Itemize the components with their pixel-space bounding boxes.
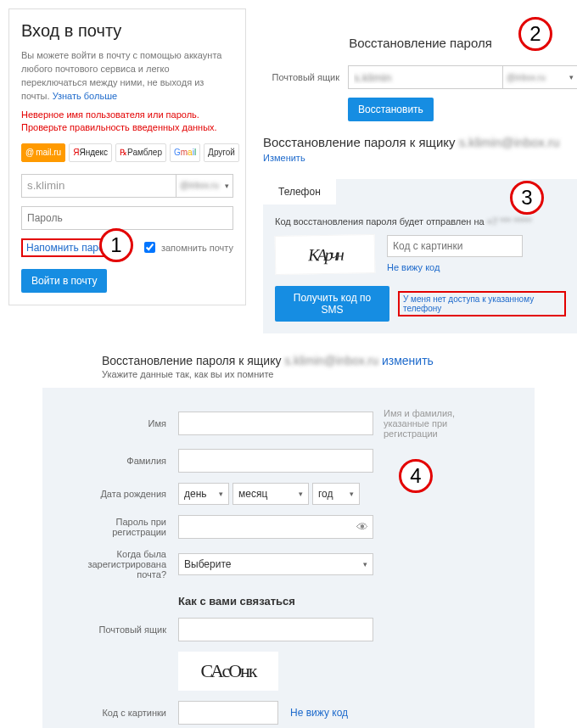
mailbox-input[interactable] bbox=[178, 618, 373, 641]
step-1-badge: 1 bbox=[99, 228, 133, 262]
reg-password-input[interactable] bbox=[178, 515, 373, 539]
get-sms-code-button[interactable]: Получить код по SMS bbox=[275, 286, 389, 322]
dob-day-select[interactable]: день bbox=[178, 483, 229, 505]
recover1-domain-value: @inbox.ru bbox=[507, 73, 546, 82]
captcha-cant-see-link-2[interactable]: Не вижу код bbox=[290, 707, 348, 719]
recover2-panel: 3 Телефон Код восстановления пароля буде… bbox=[263, 179, 577, 333]
email-input[interactable] bbox=[22, 175, 176, 197]
recover1-domain-select[interactable]: @inbox.ru bbox=[502, 66, 577, 88]
last-name-label: Фамилия bbox=[68, 456, 178, 466]
login-error: Неверное имя пользователя или пароль. Пр… bbox=[21, 109, 233, 135]
dob-month-select[interactable]: месяц bbox=[232, 483, 309, 505]
recover3-subhint: Укажите данные так, как вы их помните bbox=[102, 369, 475, 379]
recover1-email-row: Почтовый ящик @inbox.ru bbox=[263, 65, 577, 89]
contact-header: Как с вами связаться bbox=[178, 595, 295, 608]
recover3-header: Восстановление пароля к ящику s.klimin@i… bbox=[102, 354, 475, 379]
recover2-sent-to-line: Код восстановления пароля будет отправле… bbox=[275, 216, 566, 227]
name-hint: Имя и фамилия, указанные при регистрации bbox=[384, 408, 502, 439]
provider-other[interactable]: Другой bbox=[204, 143, 239, 162]
email-input-group: @inbox.ru bbox=[21, 174, 233, 198]
captcha-code-input-2[interactable] bbox=[178, 701, 278, 725]
reg-password-label: Пароль при регистрации bbox=[68, 517, 178, 537]
eye-icon[interactable]: 👁 bbox=[356, 520, 368, 534]
login-description: Вы можете войти в почту с помощью аккаун… bbox=[21, 49, 233, 104]
mailbox-label: Почтовый ящик bbox=[68, 624, 178, 635]
login-submit-button[interactable]: Войти в почту bbox=[21, 269, 107, 293]
recover3-title-text: Восстановление пароля к ящику bbox=[102, 354, 284, 367]
provider-row: mail.ru ЯЯндекс ℞Рамблер Gmail Другой bbox=[21, 143, 233, 162]
email-domain-select[interactable]: @inbox.ru bbox=[176, 175, 232, 197]
when-registered-label: Когда была зарегистрирована почта? bbox=[68, 549, 178, 580]
step-2-badge: 2 bbox=[518, 17, 552, 51]
password-input[interactable] bbox=[21, 206, 233, 230]
provider-gmail[interactable]: Gmail bbox=[170, 143, 200, 162]
provider-mailru[interactable]: mail.ru bbox=[21, 143, 65, 162]
dob-year-select[interactable]: год bbox=[312, 483, 360, 505]
captcha-cant-see-link[interactable]: Не вижу код bbox=[387, 262, 523, 272]
phone-tab[interactable]: Телефон bbox=[263, 179, 336, 204]
provider-yandex-label: Яндекс bbox=[79, 148, 108, 157]
learn-more-link[interactable]: Узнать больше bbox=[53, 91, 117, 101]
login-title: Вход в почту bbox=[21, 21, 233, 41]
dob-label: Дата рождения bbox=[68, 489, 178, 499]
when-registered-select[interactable]: Выберите bbox=[178, 553, 373, 575]
first-name-label: Имя bbox=[68, 418, 178, 428]
recover2-change-link[interactable]: Изменить bbox=[263, 153, 305, 163]
recover1-submit-button[interactable]: Восстановить bbox=[348, 98, 434, 121]
captcha-code-input[interactable] bbox=[387, 235, 523, 257]
recover3-change-link[interactable]: изменить bbox=[382, 354, 434, 367]
captcha-image: КАрчн bbox=[275, 234, 376, 275]
recover2-title: Восстановление пароля к ящику s.klimin@i… bbox=[263, 135, 577, 164]
email-domain-value: @inbox.ru bbox=[180, 181, 219, 190]
provider-yandex[interactable]: ЯЯндекс bbox=[69, 143, 112, 162]
no-phone-access-link[interactable]: У меня нет доступа к указанному телефону bbox=[398, 291, 566, 316]
first-name-input[interactable] bbox=[178, 412, 373, 435]
step-3-badge: 3 bbox=[510, 181, 544, 215]
recover1-email-label: Почтовый ящик bbox=[263, 72, 348, 82]
remember-checkbox-label[interactable]: запомнить почту bbox=[141, 239, 233, 255]
recover3-title-email: s.klimin@inbox.ru bbox=[284, 354, 378, 367]
recover2-title-text: Восстановление пароля к ящику bbox=[263, 135, 459, 149]
recover2-phone-blur: +7 *** ***** bbox=[487, 216, 532, 227]
captcha-image-2: САсОнк bbox=[178, 652, 278, 691]
login-panel: Вход в почту Вы можете войти в почту с п… bbox=[8, 8, 246, 305]
remember-checkbox[interactable] bbox=[144, 242, 155, 253]
step-4-badge: 4 bbox=[399, 459, 433, 493]
remember-label-text: запомнить почту bbox=[161, 243, 233, 253]
last-name-input[interactable] bbox=[178, 449, 373, 473]
captcha-label-2: Код с картинки bbox=[68, 708, 178, 718]
recover2-title-email: s.klimin@inbox.ru bbox=[459, 135, 560, 149]
provider-rambler-label: Рамблер bbox=[127, 148, 162, 157]
login-desc-text: Вы можете войти в почту с помощью аккаун… bbox=[21, 50, 221, 101]
recovery-column: 2 Восстановление пароля Почтовый ящик @i… bbox=[263, 8, 577, 333]
recover3-panel: 4 Имя Имя и фамилия, указанные при регис… bbox=[42, 388, 535, 728]
provider-rambler[interactable]: ℞Рамблер bbox=[115, 143, 166, 162]
recover1-email-input[interactable] bbox=[349, 66, 502, 88]
